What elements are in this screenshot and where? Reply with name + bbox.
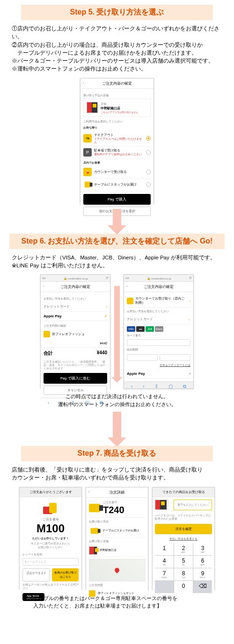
radio-icon[interactable] bbox=[146, 136, 151, 141]
card-number-input[interactable] bbox=[127, 339, 190, 346]
reload-icon[interactable]: ⟳ bbox=[189, 276, 192, 280]
expiry-input[interactable] bbox=[127, 354, 158, 361]
step-5-body: ①店内でのお召し上がり・テイクアウト・パーク＆ゴーのいずれかをお選びください。 … bbox=[9, 25, 225, 78]
step7-phone-left: ご注文ありがとうございます ご注文番号 M100 ただいまお作りしています！ モ… bbox=[19, 487, 82, 590]
step7-phone-right: できたての商品をお受け取る 番号を入力してください パーク＆ゴーは、マクドナルド… bbox=[152, 487, 215, 590]
foot-line-2: 運転中のスマートフォンの操作はお止めください。 bbox=[9, 401, 225, 408]
member-pickup-button[interactable]: 会員のお受け取りはこちら bbox=[52, 568, 79, 581]
pay-label: お支払い方法を選択してください bbox=[44, 297, 107, 301]
store-icon bbox=[89, 546, 97, 555]
option-table[interactable]: テーブルにスタッフがお届け bbox=[83, 179, 151, 191]
radio-icon[interactable] bbox=[146, 170, 151, 174]
opt1-sub: ドライブスルーはご利用いただけません bbox=[94, 137, 144, 144]
phone-title: ご注文内容の確定 bbox=[102, 81, 132, 86]
back-icon[interactable]: ‹ bbox=[83, 81, 84, 85]
key-6[interactable]: 6MNO bbox=[193, 556, 212, 568]
step5-line-4: ※パーク＆ゴー・テーブルデリバリーのサービスは導入店舗のみ選択可能です。 bbox=[12, 57, 222, 65]
chevron-icon: › bbox=[106, 305, 107, 308]
key-1[interactable]: 1 bbox=[155, 543, 174, 555]
key-9[interactable]: 9WXYZ bbox=[193, 568, 212, 580]
order-number: T240 bbox=[103, 505, 124, 515]
settings-button[interactable]: 設定ができます bbox=[22, 568, 50, 581]
phone-header: ‹ ご注文内容の確定 bbox=[124, 282, 193, 292]
step-6-body: クレジットカード（VISA、Master、JCB、Diners）、Apple P… bbox=[9, 254, 225, 275]
eatin-label: 店内でお食事 bbox=[83, 161, 151, 165]
chevron-down-icon: ⌄ bbox=[188, 317, 190, 321]
opt4-title: テーブルにスタッフがお届け bbox=[94, 182, 144, 187]
store-label: お受け取り店舗 bbox=[89, 539, 145, 544]
key-5[interactable]: 5JKL bbox=[174, 556, 193, 568]
key-8[interactable]: 8TUV bbox=[174, 568, 193, 580]
option-counter[interactable]: 🍟 カウンターで受け取る bbox=[83, 166, 151, 179]
fwd-nav-icon[interactable]: › bbox=[143, 384, 144, 389]
text-size-icon[interactable]: AA bbox=[42, 277, 46, 279]
item-price: ¥440 bbox=[100, 342, 107, 345]
back-icon[interactable]: ‹ bbox=[88, 490, 90, 494]
option-parking[interactable]: P 駐車場で受け取る 運転中のアプリ操作はお止めください bbox=[83, 146, 151, 159]
pay-label: お支払い方法を選択してください bbox=[127, 309, 190, 314]
jcb-icon: JCB bbox=[146, 326, 154, 332]
fries-icon bbox=[127, 298, 133, 304]
step7-line-1: 店舗に到着後、「受け取りに進む」をタップして決済を行い、商品受け取り bbox=[12, 466, 222, 474]
step5-phone-mock: ‹ ご注文内容の確定 受け取り予定の店舗 店舗 中野駅南口店 こちらのアプリでは… bbox=[80, 78, 154, 204]
key-3[interactable]: 3DEF bbox=[193, 543, 212, 555]
back-icon[interactable]: ‹ bbox=[43, 284, 44, 288]
reload-icon[interactable]: ⟳ bbox=[106, 276, 109, 280]
back-icon[interactable]: ‹ bbox=[126, 284, 128, 288]
key-delete[interactable]: ⌫ bbox=[193, 581, 212, 593]
cc-option[interactable]: クレジットカード⌄ bbox=[127, 315, 190, 324]
step5-line-3: テーブルデリバリーによるお席までのお届けかをお選びいただけます。 bbox=[12, 49, 222, 57]
opt2-sub: 運転中のアプリ操作はお止めください bbox=[94, 153, 144, 156]
store-name: 中野駅南口店 bbox=[101, 106, 138, 111]
store-name: 中野駅南口店 bbox=[100, 548, 117, 552]
bag-icon: 🛍 bbox=[83, 134, 92, 143]
step-5-header: Step 5. 受け取り方法を選ぶ bbox=[21, 5, 213, 20]
key-2[interactable]: 2ABC bbox=[174, 543, 193, 555]
apple-pay-button[interactable]: Pay で購入 bbox=[83, 194, 151, 205]
order-number: M100 bbox=[22, 522, 79, 535]
applepay-option[interactable]: Apple Pay› bbox=[127, 369, 190, 379]
cvv-input[interactable] bbox=[160, 354, 190, 361]
key-4[interactable]: 4GHI bbox=[155, 556, 174, 568]
cc-option[interactable]: クレジットカード› bbox=[44, 302, 107, 312]
change-payment-link[interactable]: 支払い方法を変更する bbox=[155, 537, 212, 541]
msg3: お受け取りください bbox=[22, 546, 79, 550]
key-7[interactable]: 7PQRS bbox=[155, 568, 174, 580]
phone-title: ご注文内容の確定 bbox=[60, 285, 90, 289]
number-input-box[interactable]: 番号を入力してください bbox=[174, 500, 212, 510]
map[interactable] bbox=[89, 559, 145, 581]
store-section-label: 受け取り予定の店舗 bbox=[83, 93, 151, 98]
key-0[interactable]: 0 bbox=[174, 581, 193, 593]
email-input[interactable]: Eメールアドレス bbox=[22, 558, 79, 565]
applepay-option[interactable]: Apple Pay✔ bbox=[44, 312, 107, 321]
apple-pay-proceed-button[interactable]: Pay で購入に進む bbox=[44, 373, 107, 384]
step-6-section: Step 6. お支払い方法を選び、注文を確定して店舗へ Go! クレジットカー… bbox=[0, 229, 234, 442]
security-code-link[interactable]: セキュリティコードとは bbox=[127, 363, 190, 367]
store-card: 店舗 中野駅南口店 こちらのアプリでは受け付けません bbox=[83, 99, 151, 117]
radio-icon[interactable] bbox=[146, 150, 151, 155]
store-sub: 店舗 bbox=[101, 102, 138, 106]
total-value: ¥440 bbox=[97, 350, 107, 357]
visa-icon: VISA bbox=[127, 326, 135, 332]
phone-content: 受け取り予定の店舗 店舗 中野駅南口店 こちらのアプリでは受け付けません ご利用… bbox=[80, 89, 154, 219]
phone-title: 注文詳細 bbox=[110, 490, 124, 494]
step6-phone-left: AA 🔒 mcdonalds.co.jp ⟳ ‹ ご注文内容の確定 お支払い方法… bbox=[40, 274, 110, 389]
option-takeout[interactable]: 🛍 テイクアウト ドライブスルーはご利用いただけません bbox=[83, 131, 151, 146]
confirm-order-button[interactable]: 注文を確定 bbox=[155, 524, 212, 534]
chevron-icon[interactable]: › bbox=[190, 300, 190, 303]
total-label: 合計 bbox=[44, 350, 53, 357]
radio-icon[interactable] bbox=[146, 182, 151, 187]
browser-bar: AA 🔒 mcdonalds.co.jp ⟳ bbox=[124, 275, 193, 282]
store-icon bbox=[155, 500, 168, 510]
text-size-icon[interactable]: AA bbox=[125, 277, 129, 279]
browser-bar: AA 🔒 mcdonalds.co.jp ⟳ bbox=[41, 275, 110, 282]
phone-header: ‹ 注文詳細 bbox=[86, 487, 148, 498]
share-icon[interactable]: ⇪ bbox=[154, 384, 158, 389]
table-icon bbox=[91, 528, 99, 534]
disclaimer: ご注文を確定いただくと、「決済処理条件」「返品・返金・キャンセルポリシー」に同意… bbox=[44, 360, 107, 370]
step-5-section: Step 5. 受け取り方法を選ぶ ①店内でのお召し上がり・テイクアウト・パーク… bbox=[0, 0, 234, 229]
step5-line-2: ②店内でのお召し上がりの場合は、商品受け取りカウンターでの受け取りか bbox=[12, 41, 222, 49]
bookmarks-icon[interactable]: ▢ bbox=[168, 384, 173, 389]
back-nav-icon[interactable]: ‹ bbox=[131, 384, 132, 389]
tabs-icon[interactable]: ⧉ bbox=[183, 384, 186, 389]
